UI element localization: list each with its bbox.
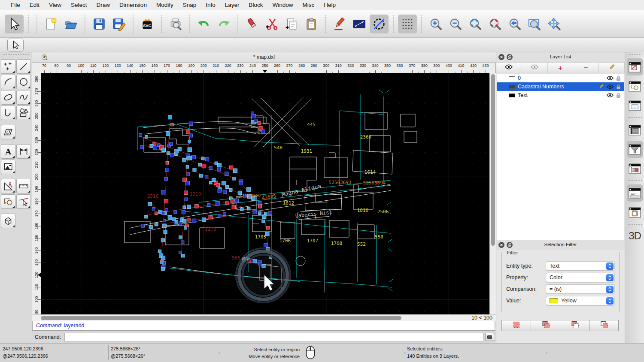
- select-tool-tool-button[interactable]: [16, 194, 31, 209]
- zoom-previous-button[interactable]: [505, 15, 524, 33]
- menu-snap[interactable]: Snap: [178, 2, 201, 8]
- dock-layers-button[interactable]: [627, 121, 643, 139]
- zoom-auto-button[interactable]: [466, 15, 485, 33]
- arc-tool-button[interactable]: [1, 75, 15, 89]
- measure-tool-button[interactable]: [16, 179, 31, 193]
- print-preview-button[interactable]: [166, 15, 185, 33]
- layer-visibility-icon[interactable]: [607, 75, 614, 81]
- menu-modify[interactable]: Modify: [152, 2, 178, 8]
- edit-layer-button[interactable]: [599, 63, 625, 73]
- horizontal-scrollbar[interactable]: 10 < 100: [32, 314, 496, 321]
- horizontal-scrollbar-thumb[interactable]: [41, 316, 401, 320]
- copy-button[interactable]: [282, 15, 301, 33]
- construction-mode-button[interactable]: [370, 15, 389, 33]
- paste-button[interactable]: [302, 15, 321, 33]
- layer-edit-pencil-icon[interactable]: [598, 84, 604, 90]
- filter-add-button[interactable]: [531, 320, 560, 331]
- menu-layer[interactable]: Layer: [220, 2, 244, 8]
- pan-button[interactable]: [545, 15, 564, 33]
- layer-row-0[interactable]: 0: [497, 74, 624, 82]
- open-file-button[interactable]: [61, 15, 80, 33]
- command-input[interactable]: [64, 333, 483, 341]
- zoom-in-button[interactable]: [426, 15, 445, 33]
- menu-info[interactable]: Info: [201, 2, 220, 8]
- undo-button[interactable]: [194, 15, 213, 33]
- dock-view-button[interactable]: [627, 97, 643, 114]
- eye-none-button[interactable]: [522, 63, 548, 73]
- palette-drag-handle[interactable]: [3, 54, 29, 55]
- select-tool-option-button[interactable]: [7, 39, 24, 51]
- hatch-tool-button[interactable]: [1, 125, 15, 139]
- zoom-selection-button[interactable]: [486, 15, 504, 33]
- draw-order-button[interactable]: [330, 15, 349, 33]
- redo-button[interactable]: [214, 15, 233, 33]
- filter-replace-button[interactable]: [501, 320, 531, 331]
- filter-intersect-button[interactable]: [589, 320, 619, 331]
- toolbar-separator: [421, 15, 422, 33]
- dock-property-button[interactable]: [627, 58, 643, 75]
- menu-misc[interactable]: Misc: [298, 2, 319, 8]
- remove-layer-button[interactable]: −: [573, 63, 599, 73]
- layer-lock-icon[interactable]: [616, 75, 624, 81]
- box3d-tool-button[interactable]: [1, 214, 15, 228]
- save-button[interactable]: [90, 15, 109, 33]
- cut-button[interactable]: [262, 15, 281, 33]
- eye-all-icon: [505, 64, 513, 72]
- menu-draw[interactable]: Draw: [92, 2, 115, 8]
- dimension-tool-tool-button[interactable]: [16, 144, 31, 159]
- dock-blocks-button[interactable]: [627, 78, 643, 95]
- zoom-out-button[interactable]: [446, 15, 465, 33]
- menu-edit[interactable]: Edit: [25, 2, 44, 8]
- points-tool-button[interactable]: [1, 59, 15, 74]
- layer-lock-icon[interactable]: [616, 93, 624, 98]
- filter-remove-button[interactable]: [560, 320, 589, 331]
- spline-tool-button[interactable]: [16, 90, 31, 105]
- command-options-button[interactable]: [485, 333, 494, 341]
- layer-row-cadastral-numbers[interactable]: Cadastral Numbers: [497, 82, 624, 91]
- ellipse-tool-button[interactable]: [1, 90, 15, 105]
- modify-tool-button[interactable]: [1, 179, 15, 193]
- drawing-canvas[interactable]: 4452360548193116141612181025061705170617…: [41, 73, 489, 314]
- menu-window[interactable]: Window: [268, 2, 298, 8]
- shapes-tool-button[interactable]: [16, 106, 31, 120]
- menu-view[interactable]: View: [44, 2, 66, 8]
- filter-property-dropdown[interactable]: Color: [546, 273, 615, 282]
- menu-help[interactable]: Help: [319, 2, 340, 8]
- polyline-tool-button[interactable]: [1, 106, 15, 120]
- document-titlebar[interactable]: * map.dxf: [32, 52, 496, 63]
- delete-button[interactable]: [243, 15, 261, 33]
- save-as-button[interactable]: [109, 15, 128, 33]
- block-tool-button[interactable]: [1, 194, 15, 209]
- filter-comparison-dropdown[interactable]: = (is): [546, 284, 615, 294]
- layer-visibility-icon[interactable]: [607, 93, 614, 98]
- dock-clipboard-button[interactable]: [627, 204, 643, 221]
- image-tool-button[interactable]: [1, 160, 15, 174]
- dock-drag-handle[interactable]: [629, 54, 641, 55]
- filter-value-dropdown[interactable]: Yellow: [546, 296, 615, 305]
- vertical-scrollbar[interactable]: [489, 73, 496, 314]
- menu-select[interactable]: Select: [66, 2, 92, 8]
- dock-filter-button[interactable]: [627, 141, 643, 158]
- vertical-scrollbar-thumb[interactable]: [491, 74, 495, 246]
- menu-block[interactable]: Block: [244, 2, 268, 8]
- zoom-window-button[interactable]: [525, 15, 544, 33]
- dimension-button[interactable]: [350, 15, 369, 33]
- dock-cone-button[interactable]: [627, 160, 643, 177]
- circle-tool-button[interactable]: [16, 75, 31, 89]
- grid-toggle-button[interactable]: [398, 15, 417, 33]
- layer-visibility-icon[interactable]: [607, 84, 614, 89]
- line-tool-button[interactable]: [16, 59, 31, 74]
- layer-row-text[interactable]: Text: [497, 91, 624, 100]
- dock-command-button[interactable]: [627, 184, 643, 202]
- new-file-button[interactable]: [42, 15, 61, 33]
- svg-export-button[interactable]: SVG: [138, 15, 157, 33]
- select-tool-button[interactable]: [5, 15, 24, 33]
- menu-file[interactable]: File: [6, 2, 25, 8]
- filter-entity-type-dropdown[interactable]: Text: [546, 261, 615, 271]
- eye-all-button[interactable]: [496, 63, 522, 73]
- add-layer-button[interactable]: +: [548, 63, 574, 73]
- menu-dimension[interactable]: Dimension: [115, 2, 152, 8]
- layer-lock-icon[interactable]: [616, 84, 624, 90]
- text-tool-button[interactable]: A: [1, 144, 15, 159]
- dock-3d-label[interactable]: 3D: [625, 230, 644, 242]
